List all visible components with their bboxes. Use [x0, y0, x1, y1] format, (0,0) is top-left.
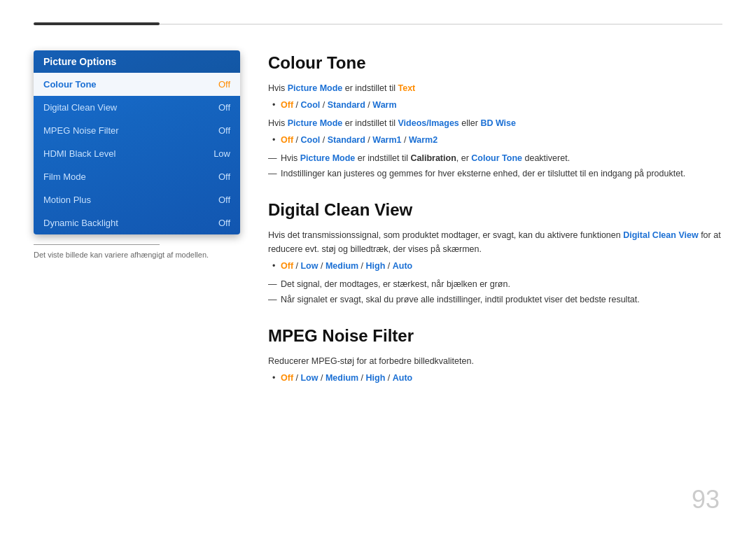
menu-item-label: Colour Tone — [43, 79, 97, 90]
menu-item-hdmi-black-level[interactable]: HDMI Black Level Low — [34, 142, 240, 165]
menu-item-value: Low — [214, 148, 230, 159]
menu-item-film-mode[interactable]: Film Mode Off — [34, 165, 240, 188]
dcv-bullet-list: Off / Low / Medium / High / Auto — [268, 259, 722, 273]
ct-bullet-item-2: Off / Cool / Standard / Warm1 / Warm2 — [268, 133, 722, 147]
section-body-digital-clean-view: Hvis det transmissionssignal, som produk… — [268, 228, 722, 307]
menu-item-value: Off — [218, 218, 230, 228]
dcv-para-1: Hvis det transmissionssignal, som produk… — [268, 228, 722, 256]
dcv-dash-item-2: Når signalet er svagt, skal du prøve all… — [268, 293, 722, 307]
menu-item-value: Off — [218, 79, 230, 90]
menu-item-dynamic-backlight[interactable]: Dynamic Backlight Off — [34, 211, 240, 234]
menu-item-value: Off — [218, 125, 230, 136]
section-body-colour-tone: Hvis Picture Mode er indstillet til Text… — [268, 81, 722, 181]
menu-item-value: Off — [218, 195, 230, 205]
ct-bullet-item-1: Off / Cool / Standard / Warm — [268, 98, 722, 112]
menu-item-motion-plus[interactable]: Motion Plus Off — [34, 188, 240, 211]
menu-item-label: HDMI Black Level — [43, 148, 115, 159]
ct-dash-list: Hvis Picture Mode er indstillet til Cali… — [268, 151, 722, 181]
section-digital-clean-view: Digital Clean View Hvis det transmission… — [268, 200, 722, 307]
section-body-mpeg-noise-filter: Reducerer MPEG-støj for at forbedre bill… — [268, 354, 722, 385]
section-title-colour-tone: Colour Tone — [268, 53, 722, 73]
dcv-bullet-item-1: Off / Low / Medium / High / Auto — [268, 259, 722, 273]
menu-item-label: Motion Plus — [43, 195, 91, 205]
picture-options-box: Picture Options Colour Tone Off Digital … — [34, 50, 240, 234]
menu-item-label: Film Mode — [43, 171, 86, 182]
menu-item-mpeg-noise-filter[interactable]: MPEG Noise Filter Off — [34, 119, 240, 142]
main-content: Picture Options Colour Tone Off Digital … — [0, 36, 756, 405]
left-divider — [34, 244, 160, 245]
top-line-dark — [34, 22, 160, 25]
page-number: 93 — [692, 485, 720, 514]
ct-para-2: Hvis Picture Mode er indstillet til Vide… — [268, 116, 722, 130]
section-title-digital-clean-view: Digital Clean View — [268, 200, 722, 220]
menu-item-label: Dynamic Backlight — [43, 218, 118, 228]
mnf-bullet-item-1: Off / Low / Medium / High / Auto — [268, 371, 722, 385]
dcv-dash-list: Det signal, der modtages, er stærkest, n… — [268, 277, 722, 307]
picture-options-title: Picture Options — [34, 50, 240, 73]
menu-item-label: Digital Clean View — [43, 102, 117, 113]
ct-bullet-2: Off / Cool / Standard / Warm1 / Warm2 — [268, 133, 722, 147]
mnf-bullet-list: Off / Low / Medium / High / Auto — [268, 371, 722, 385]
section-mpeg-noise-filter: MPEG Noise Filter Reducerer MPEG-støj fo… — [268, 326, 722, 385]
dcv-dash-item-1: Det signal, der modtages, er stærkest, n… — [268, 277, 722, 291]
top-lines — [0, 0, 756, 25]
left-panel: Picture Options Colour Tone Off Digital … — [34, 50, 240, 405]
ct-dash-item-1: Hvis Picture Mode er indstillet til Cali… — [268, 151, 722, 165]
ct-dash-item-2: Indstillinger kan justeres og gemmes for… — [268, 167, 722, 181]
menu-item-value: Off — [218, 171, 230, 182]
menu-item-value: Off — [218, 102, 230, 113]
ct-para-1: Hvis Picture Mode er indstillet til Text — [268, 81, 722, 95]
top-line-light — [160, 24, 722, 24]
ct-bullet-1: Off / Cool / Standard / Warm — [268, 98, 722, 112]
section-colour-tone: Colour Tone Hvis Picture Mode er indstil… — [268, 53, 722, 181]
menu-item-label: MPEG Noise Filter — [43, 125, 119, 136]
mnf-para-1: Reducerer MPEG-støj for at forbedre bill… — [268, 354, 722, 368]
menu-item-digital-clean-view[interactable]: Digital Clean View Off — [34, 96, 240, 119]
footnote: Det viste billede kan variere afhængigt … — [34, 251, 240, 259]
menu-item-colour-tone[interactable]: Colour Tone Off — [34, 73, 240, 96]
section-title-mpeg-noise-filter: MPEG Noise Filter — [268, 326, 722, 346]
right-panel: Colour Tone Hvis Picture Mode er indstil… — [268, 50, 722, 405]
